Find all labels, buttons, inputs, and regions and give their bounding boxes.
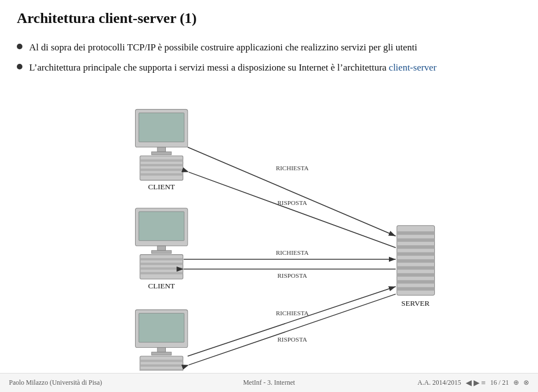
highlight-client-server: client-server [389,62,437,73]
svg-rect-8 [140,173,183,175]
svg-rect-2 [157,147,166,152]
risposta2-label: RISPOSTA [277,272,308,279]
nav-icons: ◀ ▶ ≡ [466,378,486,388]
bullet-text-2: L’architettura principale che supporta i… [29,60,437,75]
richiesta2-label: RICHIESTA [276,249,309,256]
svg-rect-29 [397,245,434,249]
svg-rect-22 [140,356,183,371]
bullet-item-2: L’architettura principale che supporta i… [17,60,521,75]
client1-label: CLIENT [148,183,175,191]
richiesta1-label: RICHIESTA [276,165,309,171]
risposta3-label: RISPOSTA [277,336,308,343]
footer: Paolo Milazzo (Università di Pisa) MetIn… [0,373,538,392]
richiesta3-label: RICHIESTA [276,310,309,316]
nav-search-icon[interactable]: ⊗ [523,379,529,387]
svg-rect-11 [157,246,166,250]
svg-rect-25 [140,369,183,371]
svg-rect-24 [140,365,183,367]
svg-rect-34 [397,280,434,283]
svg-rect-27 [397,231,434,235]
svg-rect-30 [397,252,434,255]
svg-rect-35 [397,287,434,291]
svg-rect-10 [139,212,184,241]
bullet-text-1: Al di sopra dei protocolli TCP/IP è poss… [29,40,418,55]
footer-year: A.A. 2014/2015 [418,379,461,387]
svg-rect-33 [397,273,434,277]
svg-rect-23 [140,360,183,362]
diagram-area: CLIENT CLIENT CLIENT [0,104,538,371]
svg-rect-16 [140,267,183,269]
nav-zoom-icon[interactable]: ⊕ [513,379,519,387]
svg-rect-5 [140,160,183,162]
footer-left: Paolo Milazzo (Università di Pisa) [9,379,102,387]
svg-rect-17 [140,272,183,274]
svg-rect-20 [157,348,166,352]
nav-play-icon[interactable]: ▶ [474,378,480,388]
arrow-richiesta-1 [188,147,396,236]
bullet-dot-1 [17,44,22,49]
svg-rect-12 [152,250,171,253]
footer-page: 16 / 21 [490,379,509,387]
content-area: Al di sopra dei protocolli TCP/IP è poss… [17,40,521,80]
svg-rect-19 [139,313,184,342]
svg-rect-31 [397,259,434,263]
arrow-risposta-1 [189,172,396,248]
bullet-item-1: Al di sopra dei protocolli TCP/IP è poss… [17,40,521,55]
bullet-dot-2 [17,64,22,69]
risposta1-label: RISPOSTA [277,199,308,206]
arrow-richiesta-3 [188,287,396,356]
svg-rect-7 [140,169,183,171]
footer-center: MetInf - 3. Internet [243,379,295,387]
svg-rect-32 [397,266,434,269]
svg-rect-21 [152,352,171,355]
nav-prev-icon[interactable]: ◀ [466,378,472,388]
diagram-svg: CLIENT CLIENT CLIENT [0,104,538,371]
footer-right: A.A. 2014/2015 ◀ ▶ ≡ 16 / 21 ⊕ ⊗ [418,378,529,388]
server-label: SERVER [401,299,430,307]
svg-rect-14 [140,258,183,260]
svg-rect-1 [139,113,184,142]
nav-menu-icon[interactable]: ≡ [481,379,486,388]
svg-rect-3 [152,152,171,155]
slide-title: Architettura client-server (1) [17,10,197,27]
svg-rect-15 [140,263,183,265]
svg-rect-6 [140,164,183,166]
arrow-risposta-3 [189,294,396,365]
svg-rect-28 [397,239,434,242]
client2-label: CLIENT [148,282,175,290]
